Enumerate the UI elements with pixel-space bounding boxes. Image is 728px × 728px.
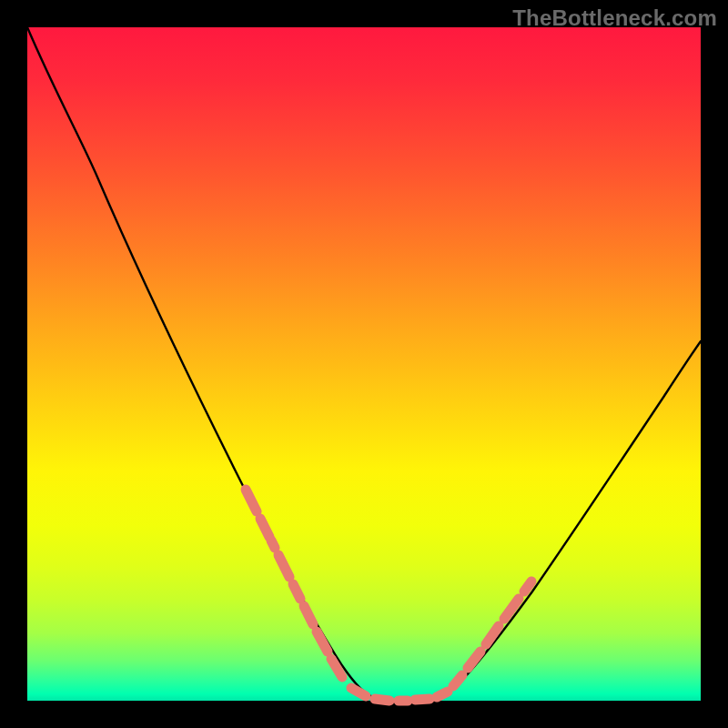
bottleneck-curve [27, 27, 701, 701]
curve-svg [27, 27, 701, 701]
highlight-right [453, 581, 531, 686]
highlight-left [246, 490, 342, 677]
chart-stage: TheBottleneck.com [0, 0, 728, 728]
highlight-valley [351, 688, 448, 701]
plot-area [27, 27, 701, 701]
